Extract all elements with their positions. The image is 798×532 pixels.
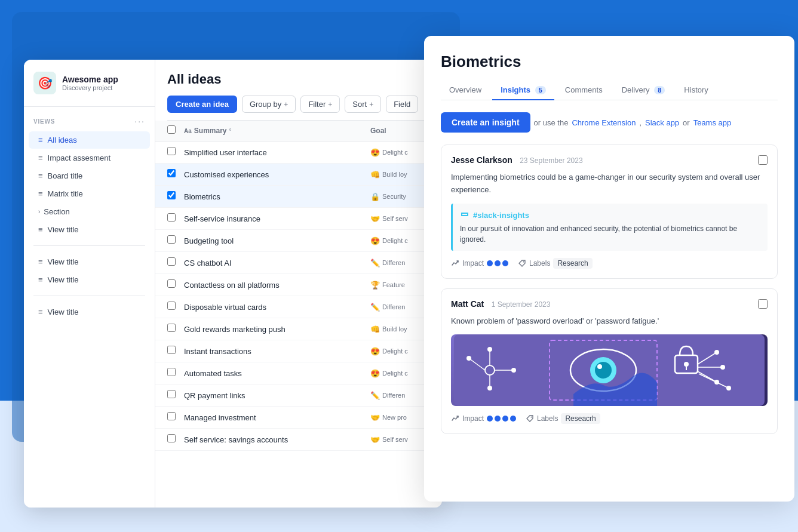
goal-emoji: 😍 <box>370 236 380 245</box>
sidebar-item-matrix-title[interactable]: ≡ Matrix title <box>29 185 150 202</box>
table-row[interactable]: Contactless on all platforms 🏆 Feature <box>155 274 442 296</box>
sidebar-item-all-ideas[interactable]: ≡ All ideas <box>29 131 150 149</box>
insight-meta-1: Impact Labels Research <box>451 258 768 269</box>
insight-meta-2: Impact Labels Reseacrh <box>451 413 768 424</box>
table-row[interactable]: Instant transactions 😍 Delight c <box>155 340 442 362</box>
table-row[interactable]: Automated tasks 😍 Delight c <box>155 362 442 385</box>
table-row[interactable]: Self service: savings accounts 🤝 Self se… <box>155 429 442 451</box>
filter-button[interactable]: Filter + <box>300 96 340 113</box>
row-checkbox[interactable] <box>167 235 176 244</box>
row-checkbox-container <box>167 368 184 379</box>
row-checkbox-container <box>167 412 184 423</box>
table-row[interactable]: CS chatbot AI ✏️ Differen <box>155 252 442 274</box>
row-summary: Self service: savings accounts <box>184 435 370 444</box>
sidebar-item-view-title-3[interactable]: ≡ View title <box>29 271 150 288</box>
table-row[interactable]: QR payment links ✏️ Differen <box>155 385 442 407</box>
row-goal: 👊 Build loy <box>370 325 430 334</box>
row-checkbox[interactable] <box>167 147 176 155</box>
sidebar-divider-2 <box>33 296 145 296</box>
tab-insights[interactable]: Insights 5 <box>492 81 554 100</box>
table-row[interactable]: Budgeting tool 😍 Delight c <box>155 230 442 252</box>
labels-item-2: Labels Reseacrh <box>526 413 600 424</box>
slack-app-link[interactable]: Slack app <box>645 118 679 127</box>
dot <box>495 416 501 422</box>
table-row[interactable]: Gold rewards marketing push 👊 Build loy <box>155 318 442 340</box>
dot <box>487 260 493 266</box>
row-checkbox-container <box>167 235 184 246</box>
sidebar-divider-1 <box>33 245 145 246</box>
row-summary: Instant transactions <box>184 347 370 356</box>
row-checkbox[interactable] <box>167 257 176 266</box>
row-checkbox[interactable] <box>167 412 176 420</box>
sidebar-item-label: All ideas <box>48 136 77 144</box>
group-by-button[interactable]: Group by + <box>242 96 296 113</box>
row-checkbox[interactable] <box>167 324 176 332</box>
row-checkbox[interactable] <box>167 191 176 199</box>
fields-button[interactable]: Field <box>386 96 418 113</box>
row-checkbox[interactable] <box>167 390 176 398</box>
tab-comments[interactable]: Comments <box>557 81 611 100</box>
row-checkbox[interactable] <box>167 213 176 222</box>
labels-item-1: Labels Research <box>518 258 593 269</box>
row-goal: 😍 Delight c <box>370 347 430 356</box>
goal-emoji: 😍 <box>370 148 380 157</box>
row-goal: 😍 Delight c <box>370 148 430 157</box>
goal-text: Delight c <box>382 370 408 377</box>
row-checkbox[interactable] <box>167 346 176 354</box>
row-checkbox-container <box>167 390 184 401</box>
table-row[interactable]: Customised experiences 👊 Build loy <box>155 164 442 186</box>
goal-emoji: 🔒 <box>370 192 380 201</box>
row-checkbox[interactable] <box>167 434 176 442</box>
list-icon: ≡ <box>38 171 43 180</box>
tab-history[interactable]: History <box>676 81 716 100</box>
tab-overview[interactable]: Overview <box>441 81 490 100</box>
sidebar-item-board-title[interactable]: ≡ Board title <box>29 167 150 184</box>
insight-checkbox-1[interactable] <box>758 155 768 165</box>
row-checkbox-container <box>167 147 184 158</box>
sidebar-item-impact-assessment[interactable]: ≡ Impact assesment <box>29 149 150 167</box>
row-checkbox[interactable] <box>167 302 176 310</box>
goal-text: Build loy <box>382 325 407 333</box>
sidebar-item-view-title-2[interactable]: ≡ View title <box>29 253 150 270</box>
insight-checkbox-2[interactable] <box>758 299 768 309</box>
svg-point-24 <box>714 350 719 355</box>
row-checkbox-container <box>167 302 184 312</box>
row-checkbox[interactable] <box>167 368 176 376</box>
sidebar: 🎯 Awesome app Discovery project VIEWS ··… <box>24 60 155 508</box>
goal-emoji: 🤝 <box>370 214 380 223</box>
create-idea-button[interactable]: Create an idea <box>167 96 237 113</box>
impact-icon <box>451 259 459 267</box>
create-insight-button[interactable]: Create an insight <box>441 112 530 133</box>
row-checkbox-container <box>167 324 184 334</box>
delivery-badge: 8 <box>654 86 665 94</box>
table-row[interactable]: Biometrics 🔒 Security <box>155 186 442 208</box>
impact-dots-1 <box>487 260 508 266</box>
table-row[interactable]: Managed investment 🤝 New pro <box>155 407 442 429</box>
chrome-extension-link[interactable]: Chrome Extension <box>572 118 636 127</box>
sort-button[interactable]: Sort + <box>345 96 381 113</box>
table-row[interactable]: Self-service insurance 🤝 Self serv <box>155 208 442 230</box>
sidebar-item-view-title-1[interactable]: ≡ View title <box>29 221 150 238</box>
row-checkbox[interactable] <box>167 169 176 177</box>
detail-title: Biometrics <box>441 53 778 71</box>
sidebar-item-label: View title <box>48 257 79 266</box>
goal-emoji: ✏️ <box>370 391 380 400</box>
sidebar-item-label: Impact assesment <box>48 153 111 162</box>
sort-indicator: ° <box>229 128 232 134</box>
list-icon: ≡ <box>38 307 43 316</box>
views-menu-button[interactable]: ··· <box>134 116 145 126</box>
table-row[interactable]: Simplified user interface 😍 Delight c <box>155 142 442 164</box>
select-all-checkbox[interactable] <box>167 125 176 134</box>
insight-body-1: Implementing biometrics could be a game-… <box>451 171 768 196</box>
tab-delivery[interactable]: Delivery 8 <box>613 81 674 100</box>
plus-icon: + <box>369 100 373 109</box>
teams-app-link[interactable]: Teams app <box>693 118 732 127</box>
sidebar-item-section[interactable]: › Section <box>29 203 150 220</box>
table-row[interactable]: Disposable virtual cards ✏️ Differen <box>155 296 442 318</box>
row-checkbox[interactable] <box>167 279 176 288</box>
insight-author-1: Jesse Clarkson <box>451 155 512 165</box>
hint-sep2: or <box>683 118 690 127</box>
app-title: Awesome app <box>62 75 118 84</box>
create-insight-row: Create an insight or use the Chrome Exte… <box>441 112 778 133</box>
sidebar-item-view-title-4[interactable]: ≡ View title <box>29 303 150 321</box>
